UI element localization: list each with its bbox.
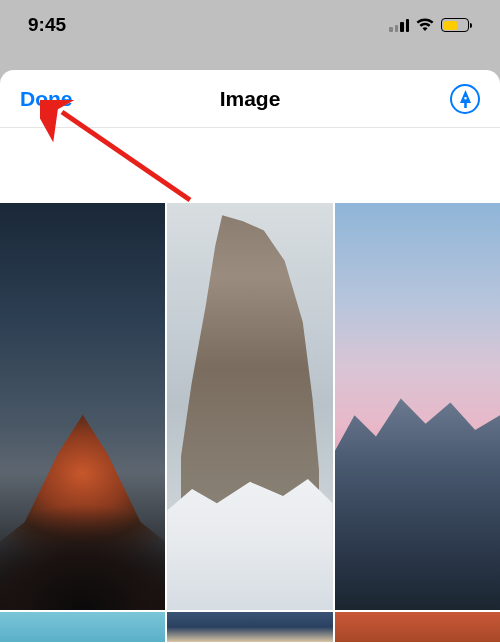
- cellular-signal-icon: [389, 18, 409, 32]
- image-thumbnail[interactable]: [335, 203, 500, 610]
- image-thumbnail[interactable]: [0, 612, 165, 642]
- page-title: Image: [220, 87, 281, 111]
- done-button[interactable]: Done: [20, 87, 73, 111]
- markup-button[interactable]: [450, 84, 480, 114]
- battery-icon: [441, 18, 472, 32]
- image-thumbnail[interactable]: [335, 612, 500, 642]
- status-time: 9:45: [28, 14, 66, 36]
- image-thumbnail[interactable]: [167, 612, 332, 642]
- status-bar: 9:45: [0, 0, 500, 50]
- wifi-icon: [415, 18, 435, 32]
- nav-bar: Done Image: [0, 70, 500, 128]
- pen-tip-icon: [458, 90, 473, 108]
- image-thumbnail[interactable]: [167, 203, 332, 610]
- image-thumbnail[interactable]: [0, 203, 165, 610]
- image-editor-sheet: Done Image: [0, 70, 500, 643]
- image-grid: [0, 203, 500, 642]
- status-icons: [389, 18, 472, 32]
- content-gap: [0, 128, 500, 203]
